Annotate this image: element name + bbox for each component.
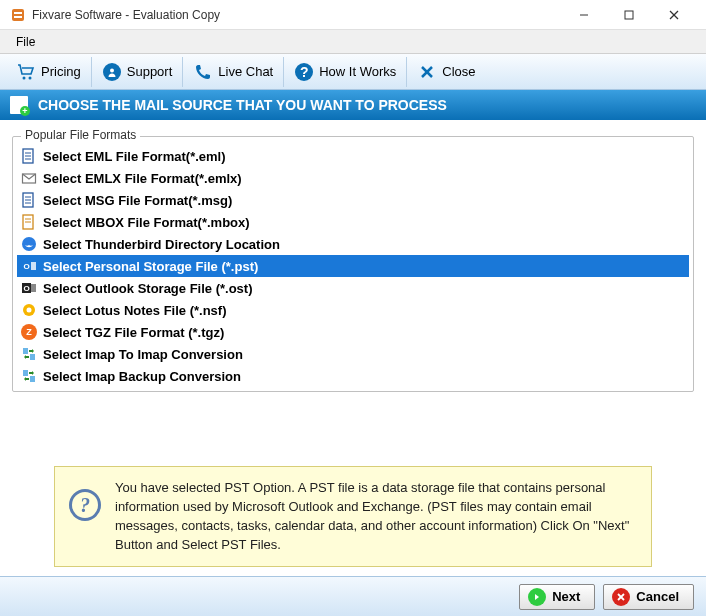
svg-rect-2: [14, 16, 22, 18]
cancel-button[interactable]: Cancel: [603, 584, 694, 610]
cancel-icon: [612, 588, 630, 606]
live-chat-button[interactable]: Live Chat: [183, 57, 284, 87]
menubar: File: [0, 30, 706, 54]
svg-point-9: [110, 68, 114, 72]
file-formats-group: Popular File Formats Select EML File For…: [12, 136, 694, 392]
list-item[interactable]: Select EMLX File Format(*.emlx): [17, 167, 689, 189]
outlook-pst-icon: O: [21, 258, 37, 274]
thunderbird-icon: [21, 236, 37, 252]
close-label: Close: [442, 64, 475, 79]
menu-file[interactable]: File: [8, 32, 43, 52]
close-button[interactable]: Close: [407, 57, 485, 87]
svg-text:O: O: [23, 284, 29, 293]
list-item[interactable]: Select MBOX File Format(*.mbox): [17, 211, 689, 233]
info-icon: ?: [69, 489, 101, 521]
list-item-label: Select Outlook Storage File (*.ost): [43, 281, 252, 296]
how-it-works-label: How It Works: [319, 64, 396, 79]
header-banner: CHOOSE THE MAIL SOURCE THAT YOU WANT TO …: [0, 90, 706, 120]
arrow-right-icon: [528, 588, 546, 606]
minimize-button[interactable]: [561, 0, 606, 30]
bottom-bar: Next Cancel: [0, 576, 706, 616]
svg-rect-4: [625, 11, 633, 19]
svg-rect-0: [12, 9, 24, 21]
list-item[interactable]: Select Thunderbird Directory Location: [17, 233, 689, 255]
list-item[interactable]: Select Imap Backup Conversion: [17, 365, 689, 387]
list-item[interactable]: Select MSG File Format(*.msg): [17, 189, 689, 211]
file-mbox-icon: [21, 214, 37, 230]
next-button[interactable]: Next: [519, 584, 595, 610]
support-button[interactable]: Support: [92, 57, 184, 87]
live-chat-label: Live Chat: [218, 64, 273, 79]
info-text: You have selected PST Option. A PST file…: [115, 479, 637, 554]
list-item-label: Select Thunderbird Directory Location: [43, 237, 280, 252]
content-area: Popular File Formats Select EML File For…: [0, 120, 706, 583]
svg-point-24: [22, 237, 36, 251]
list-item[interactable]: Select Lotus Notes File (*.nsf): [17, 299, 689, 321]
cancel-label: Cancel: [636, 589, 679, 604]
svg-point-32: [27, 308, 32, 313]
close-window-button[interactable]: [651, 0, 696, 30]
svg-text:O: O: [23, 262, 29, 271]
question-icon: ?: [294, 62, 314, 82]
titlebar: Fixvare Software - Evaluation Copy: [0, 0, 706, 30]
how-it-works-button[interactable]: ? How It Works: [284, 57, 407, 87]
next-label: Next: [552, 589, 580, 604]
format-list: Select EML File Format(*.eml)Select EMLX…: [17, 145, 689, 387]
file-eml-icon: [21, 148, 37, 164]
maximize-button[interactable]: [606, 0, 651, 30]
svg-rect-36: [30, 376, 35, 382]
list-item-label: Select MSG File Format(*.msg): [43, 193, 232, 208]
lotus-notes-icon: [21, 302, 37, 318]
toolbar: Pricing Support Live Chat ? How It Works…: [0, 54, 706, 90]
window-title: Fixvare Software - Evaluation Copy: [32, 8, 561, 22]
file-msg-icon: [21, 192, 37, 208]
support-icon: [102, 62, 122, 82]
document-plus-icon: [10, 96, 28, 114]
list-item-label: Select Personal Storage File (*.pst): [43, 259, 258, 274]
tgz-icon: Z: [21, 324, 37, 340]
support-label: Support: [127, 64, 173, 79]
svg-point-8: [29, 76, 32, 79]
imap-backup-icon: [21, 368, 37, 384]
imap-sync-icon: [21, 346, 37, 362]
svg-point-7: [23, 76, 26, 79]
list-item[interactable]: Select Imap To Imap Conversion: [17, 343, 689, 365]
list-item-label: Select EMLX File Format(*.emlx): [43, 171, 242, 186]
outlook-ost-icon: O: [21, 280, 37, 296]
phone-icon: [193, 62, 213, 82]
list-item-label: Select EML File Format(*.eml): [43, 149, 226, 164]
svg-rect-27: [31, 262, 36, 270]
list-item-label: Select Imap To Imap Conversion: [43, 347, 243, 362]
close-icon: [417, 62, 437, 82]
list-item-label: Select Lotus Notes File (*.nsf): [43, 303, 226, 318]
list-item[interactable]: ZSelect TGZ File Format (*.tgz): [17, 321, 689, 343]
pricing-label: Pricing: [41, 64, 81, 79]
list-item-label: Select MBOX File Format(*.mbox): [43, 215, 250, 230]
list-item[interactable]: OSelect Personal Storage File (*.pst): [17, 255, 689, 277]
info-box: ? You have selected PST Option. A PST fi…: [54, 466, 652, 567]
list-item-label: Select TGZ File Format (*.tgz): [43, 325, 224, 340]
group-title: Popular File Formats: [21, 128, 140, 142]
svg-rect-34: [30, 354, 35, 360]
file-emlx-icon: [21, 170, 37, 186]
svg-rect-33: [23, 348, 28, 354]
banner-text: CHOOSE THE MAIL SOURCE THAT YOU WANT TO …: [38, 97, 447, 113]
list-item[interactable]: OSelect Outlook Storage File (*.ost): [17, 277, 689, 299]
svg-rect-30: [31, 284, 36, 292]
list-item-label: Select Imap Backup Conversion: [43, 369, 241, 384]
list-item[interactable]: Select EML File Format(*.eml): [17, 145, 689, 167]
svg-rect-35: [23, 370, 28, 376]
app-icon: [10, 7, 26, 23]
cart-icon: [16, 62, 36, 82]
pricing-button[interactable]: Pricing: [6, 57, 92, 87]
svg-rect-1: [14, 12, 22, 14]
